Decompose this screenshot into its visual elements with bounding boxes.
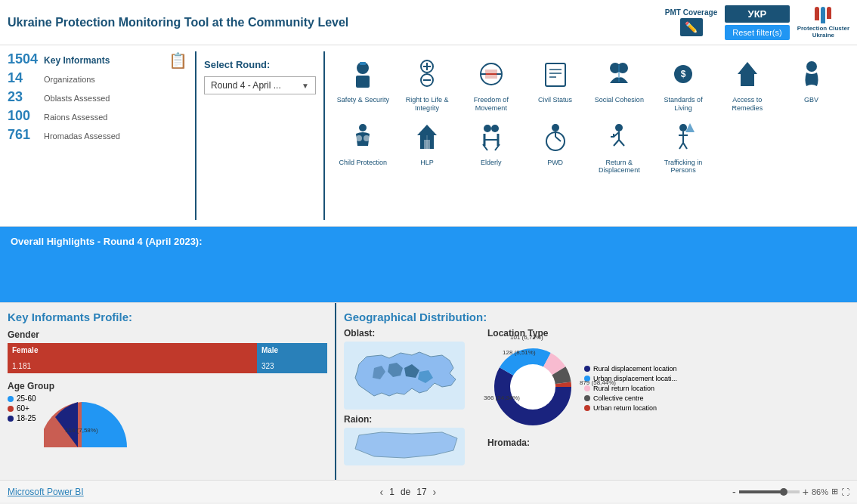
- raions-label: Raions Assessed: [44, 113, 107, 122]
- cluster-person-2: [821, 7, 825, 23]
- age-chart-area: 25-60 60+ 18-25: [8, 394, 327, 455]
- svg-point-45: [615, 124, 623, 131]
- key-informants-row: 1504 Key Informants: [8, 51, 120, 67]
- return-displacement-label: Return & Displacement: [590, 159, 648, 175]
- raions-count: 100: [8, 108, 38, 124]
- svg-point-50: [679, 124, 687, 131]
- category-right-to-life[interactable]: Right to Life & Integrity: [397, 56, 458, 116]
- fit-to-screen-icon[interactable]: ⊞: [831, 487, 838, 496]
- organizations-row: 14 Organizations: [8, 70, 120, 86]
- hlp-icon: [414, 122, 440, 156]
- donut-label-128: 128 (8,51%): [503, 349, 536, 356]
- age-group-label: Age Group: [8, 381, 327, 391]
- power-bi-link[interactable]: Microsoft Power BI: [8, 487, 84, 497]
- hromadas-row: 761 Hromadas Assessed: [8, 127, 120, 143]
- page-current: 1: [389, 487, 394, 497]
- access-remedies-icon: [735, 59, 760, 93]
- category-return-displacement[interactable]: Return & Displacement: [589, 119, 650, 178]
- category-elderly[interactable]: Elderly: [461, 119, 522, 178]
- legend-dot-urban-return: [584, 405, 590, 411]
- info-section: 1504 Key Informants 14 Organizations 23 …: [0, 45, 857, 227]
- hlp-label: HLP: [420, 159, 434, 167]
- legend-60plus: 60+: [8, 404, 36, 413]
- legend-18-25: 18-25: [8, 414, 36, 422]
- category-pwd[interactable]: PWD: [524, 119, 586, 178]
- zoom-in-button[interactable]: +: [803, 486, 809, 498]
- gbv-icon: [799, 59, 825, 93]
- reset-filters-button[interactable]: Reset filter(s): [725, 25, 789, 40]
- donut-chart-container: 101 (6,72%) 128 (8,51%) 366 (24,34%) 879…: [487, 342, 578, 434]
- categories-grid: Safety & Security Right to Life & Integr…: [333, 51, 842, 178]
- prev-page-button[interactable]: ‹: [380, 486, 384, 498]
- highlights-title: Overall Highlights - Round 4 (April 2023…: [11, 236, 846, 247]
- bottom-section: Key Informants Profile: Gender Female 1.…: [0, 302, 857, 480]
- category-trafficking[interactable]: Trafficking in Persons: [653, 119, 714, 178]
- category-access-remedies[interactable]: Access to Remedies: [717, 56, 778, 116]
- organizations-label: Organizations: [44, 75, 95, 84]
- standards-living-icon: $: [670, 59, 696, 93]
- ukr-button[interactable]: УКР: [725, 5, 789, 23]
- round-dropdown[interactable]: Round 4 - April ... ▼: [204, 76, 316, 94]
- pwd-label: PWD: [547, 159, 563, 167]
- oblasts-row: 23 Oblasts Assessed: [8, 89, 120, 105]
- zoom-slider-fill: [739, 490, 781, 493]
- svg-point-28: [364, 135, 370, 141]
- svg-line-47: [614, 140, 619, 146]
- svg-line-48: [619, 140, 624, 146]
- page-title: Ukraine Protection Monitoring Tool at th…: [8, 16, 665, 29]
- category-civil-status[interactable]: Civil Status: [524, 56, 586, 116]
- page-separator: de: [401, 487, 410, 497]
- social-cohesion-icon: [606, 59, 632, 93]
- pmt-icon[interactable]: ✏️: [680, 18, 703, 36]
- category-gbv[interactable]: GBV: [781, 56, 842, 116]
- category-safety-security[interactable]: Safety & Security: [333, 56, 394, 116]
- svg-point-35: [491, 125, 499, 132]
- safety-security-label: Safety & Security: [337, 96, 389, 104]
- fullscreen-icon[interactable]: ⛶: [841, 487, 849, 496]
- legend-label-rural-displacement: Rural displacement location: [593, 365, 677, 373]
- zoom-out-button[interactable]: -: [732, 486, 736, 498]
- pwd-icon: [543, 122, 568, 156]
- female-bar-label: Female: [12, 346, 252, 354]
- category-standards-living[interactable]: $ Standards of Living: [653, 56, 714, 116]
- svg-rect-2: [356, 76, 370, 88]
- elderly-icon: [478, 122, 504, 156]
- hromadas-label: Hromadas Assessed: [44, 131, 120, 141]
- svg-point-41: [552, 124, 559, 131]
- category-child-protection[interactable]: Child Protection: [333, 119, 394, 178]
- legend-label-urban-return: Urban return location: [593, 404, 657, 412]
- raion-section: Raion:: [344, 414, 480, 465]
- standards-living-label: Standards of Living: [654, 96, 713, 113]
- svg-point-62: [510, 364, 555, 410]
- freedom-movement-icon: [478, 59, 504, 93]
- oblast-label: Oblast:: [344, 328, 480, 339]
- category-freedom-movement[interactable]: Freedom of Movement: [461, 56, 522, 116]
- categories-panel: Safety & Security Right to Life & Integr…: [325, 51, 849, 220]
- protection-cluster-logo: Protection ClusterUkraine: [797, 7, 849, 39]
- donut-legend: Rural displacement location Urban displa…: [584, 365, 677, 412]
- category-hlp[interactable]: HLP: [397, 119, 458, 178]
- zoom-slider[interactable]: [739, 490, 800, 493]
- gender-label: Gender: [8, 329, 327, 340]
- svg-rect-14: [546, 63, 565, 86]
- geo-left-column: Oblast: Raion:: [344, 328, 480, 465]
- profile-title: Key Informants Profile:: [8, 311, 327, 323]
- svg-point-26: [359, 124, 367, 131]
- legend-urban-return: Urban return location: [584, 404, 677, 412]
- svg-point-34: [484, 125, 491, 132]
- key-informants-label: Key Informants: [44, 55, 110, 66]
- svg-text:$: $: [681, 69, 686, 79]
- trafficking-icon: [670, 122, 696, 156]
- pmt-coverage-label: PMT Coverage: [665, 8, 717, 17]
- legend-dot-25-60: [8, 396, 14, 402]
- ukraine-map-raion: [344, 428, 465, 465]
- stats-panel: 1504 Key Informants 14 Organizations 23 …: [8, 51, 196, 220]
- next-page-button[interactable]: ›: [433, 486, 437, 498]
- legend-dot-60plus: [8, 406, 14, 412]
- category-social-cohesion[interactable]: Social Cohesion: [589, 56, 650, 116]
- round-dropdown-value: Round 4 - April ...: [211, 80, 281, 91]
- legend-label-18-25: 18-25: [17, 414, 36, 422]
- hromada-section: Hromada:: [487, 438, 849, 448]
- zoom-controls: - + 86% ⊞ ⛶: [732, 486, 849, 498]
- male-bar: Male 323: [257, 343, 327, 373]
